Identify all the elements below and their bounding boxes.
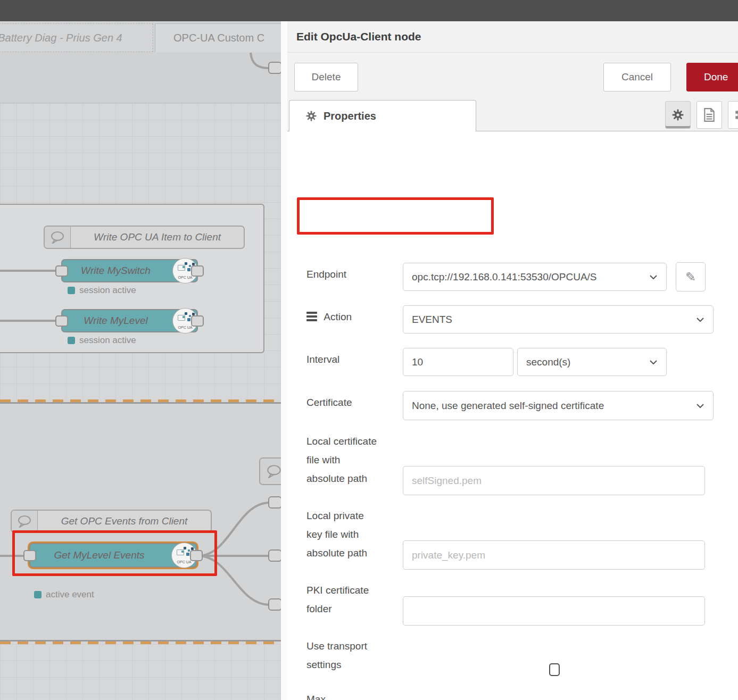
input-port[interactable]: [55, 265, 68, 277]
chevron-down-icon: [696, 317, 704, 322]
annotation-box-action: [297, 197, 494, 235]
dialog-tabsrow: Properties: [287, 100, 738, 131]
private-key-label: key file with: [306, 529, 359, 540]
status-dot: [68, 287, 75, 294]
edge-port: [269, 62, 281, 73]
output-port[interactable]: [191, 315, 204, 327]
pki-label: PKI certificate: [306, 585, 369, 596]
dialog-header: Edit OpcUa-Client node: [287, 21, 738, 53]
edit-node-panel: Edit OpcUa-Client node Delete Cancel Don…: [287, 21, 738, 700]
status-dot: [68, 337, 75, 344]
transport-settings-checkbox[interactable]: [549, 663, 560, 676]
gear-icon: [671, 109, 684, 121]
certificate-label: Certificate: [306, 397, 352, 409]
edge-port: [269, 497, 281, 508]
local-cert-label: absolute path: [306, 473, 367, 485]
node-appearance-icon: [735, 108, 738, 122]
node-status: active event: [34, 589, 94, 600]
action-label: Action: [306, 311, 352, 323]
action-select[interactable]: EVENTS: [403, 305, 714, 334]
comment-label: Get OPC Events from Client: [38, 511, 211, 532]
panel-divider[interactable]: [281, 21, 287, 700]
local-cert-label: file with: [306, 454, 340, 466]
edit-endpoint-button[interactable]: ✎: [676, 262, 706, 291]
chevron-down-icon: [649, 274, 658, 280]
max-chunk-label: Max: [306, 694, 326, 700]
gear-icon: [305, 110, 317, 122]
certificate-select[interactable]: None, use generated self-signed certific…: [403, 391, 714, 420]
private-key-input[interactable]: [403, 540, 705, 570]
pencil-icon: ✎: [685, 270, 696, 285]
private-key-label: Local private: [306, 510, 364, 522]
local-cert-label: Local certificate: [306, 436, 377, 447]
status-text: session active: [79, 285, 136, 296]
node-write-myswitch[interactable]: Write MySwitch OPC UA: [61, 259, 198, 282]
annotation-box-node: [12, 530, 217, 576]
dialog-title: Edit OpcUa-Client node: [296, 30, 421, 43]
transport-label: settings: [306, 659, 341, 671]
node-write-mylevel[interactable]: Write MyLevel OPC UA: [61, 309, 198, 332]
tab-properties[interactable]: Properties: [289, 100, 476, 131]
private-key-label: absolute path: [306, 547, 367, 559]
action-bars-icon: [306, 312, 317, 321]
comment-label: Write OPC UA Item to Client: [71, 227, 244, 248]
endpoint-label: Endpoint: [306, 269, 346, 280]
app-header: [0, 0, 738, 21]
certificate-value: None, use generated self-signed certific…: [412, 400, 604, 412]
interval-input[interactable]: [403, 348, 513, 376]
edge-port: [269, 599, 281, 610]
interval-unit-select[interactable]: second(s): [517, 348, 667, 376]
endpoint-value: opc.tcp://192.168.0.141:53530/OPCUA/S: [412, 271, 597, 283]
action-value: EVENTS: [412, 314, 452, 326]
node-status: session active: [68, 285, 136, 296]
input-port[interactable]: [55, 315, 68, 327]
speech-bubble-icon: [260, 459, 281, 484]
speech-bubble-icon: [45, 227, 71, 248]
endpoint-select[interactable]: opc.tcp://192.168.0.141:53530/OPCUA/S: [403, 263, 667, 291]
local-cert-input[interactable]: [403, 466, 705, 495]
node-status: session active: [68, 335, 136, 346]
comment-node-partial[interactable]: [259, 457, 281, 485]
document-icon: [703, 108, 715, 122]
flow-canvas[interactable]: Battery Diag - Prius Gen 4 OPC-UA Custom…: [0, 21, 281, 700]
done-button-label: Done: [704, 71, 728, 83]
output-port[interactable]: [191, 265, 204, 277]
delete-button[interactable]: Delete: [294, 63, 358, 91]
description-button[interactable]: [696, 101, 722, 129]
comment-node-get[interactable]: Get OPC Events from Client: [11, 510, 212, 533]
pki-folder-input[interactable]: [403, 596, 705, 626]
node-label: Write MyLevel: [62, 310, 169, 331]
properties-view-button[interactable]: [665, 101, 691, 129]
done-button[interactable]: Done: [686, 63, 738, 91]
cancel-button[interactable]: Cancel: [603, 63, 671, 91]
status-dot: [34, 591, 42, 598]
comment-node-write[interactable]: Write OPC UA Item to Client: [44, 226, 245, 249]
delete-button-label: Delete: [312, 71, 341, 83]
edge-port: [269, 550, 281, 561]
transport-label: Use transport: [306, 640, 367, 652]
speech-bubble-icon: [12, 511, 38, 532]
node-label: Write MySwitch: [62, 260, 169, 281]
cancel-button-label: Cancel: [621, 71, 653, 83]
interval-label: Interval: [306, 354, 339, 365]
chevron-down-icon: [696, 403, 704, 409]
pki-label: folder: [306, 603, 332, 615]
appearance-button[interactable]: [728, 101, 738, 129]
status-text: active event: [46, 589, 94, 600]
interval-unit-value: second(s): [526, 356, 570, 368]
node-red-app: Battery Diag - Prius Gen 4 OPC-UA Custom…: [0, 0, 738, 700]
tab-properties-label: Properties: [324, 110, 376, 122]
chevron-down-icon: [649, 360, 658, 365]
status-text: session active: [79, 335, 136, 346]
wire: [251, 53, 269, 68]
